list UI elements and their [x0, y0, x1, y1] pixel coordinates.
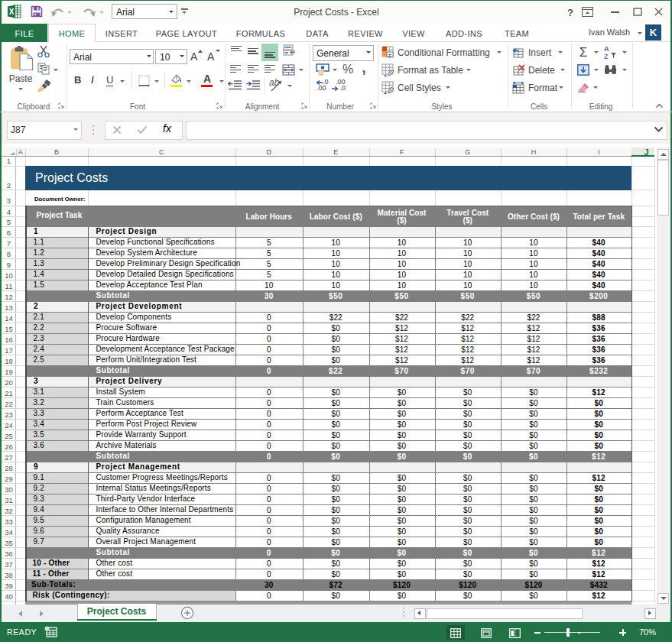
- svg-text:≠: ≠: [388, 52, 392, 59]
- svg-text:A: A: [604, 45, 609, 53]
- svg-text:Z: Z: [604, 53, 609, 60]
- svg-text:X: X: [9, 8, 15, 16]
